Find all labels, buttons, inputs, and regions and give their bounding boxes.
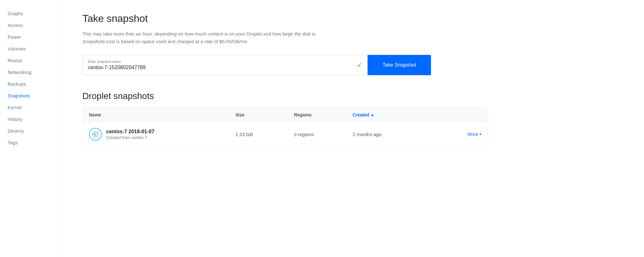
more-label: More xyxy=(467,131,478,137)
input-inner: Enter snapshot name xyxy=(88,60,354,70)
page-title: Take snapshot xyxy=(82,13,488,24)
main-content: Take snapshot This may take more than an… xyxy=(63,0,507,257)
sidebar-item-destroy[interactable]: Destroy xyxy=(0,125,63,137)
sidebar-item-kernel[interactable]: Kernel xyxy=(0,102,63,113)
take-snapshot-button[interactable]: Take Snapshot xyxy=(368,55,431,75)
table-header: Name Size Regions Created ▲ xyxy=(83,108,488,122)
chevron-down-icon: ▾ xyxy=(480,132,481,136)
description-line1: This may take more than an hour, dependi… xyxy=(82,31,317,36)
snapshot-regions: 3 regions xyxy=(294,132,353,137)
sidebar-item-tags[interactable]: Tags xyxy=(0,137,63,148)
snapshot-text: centos-7 2018-01-07 Created from centos-… xyxy=(106,129,154,140)
sidebar-item-backups[interactable]: Backups xyxy=(0,78,63,90)
snapshot-created: 2 months ago xyxy=(353,132,423,137)
header-created[interactable]: Created ▲ xyxy=(353,112,423,117)
sidebar: GraphsAccessPowerVolumesResizeNetworking… xyxy=(0,0,63,257)
sidebar-item-networking[interactable]: Networking xyxy=(0,66,63,78)
description: This may take more than an hour, dependi… xyxy=(82,30,368,45)
snapshot-input-wrapper: Enter snapshot name ✓ xyxy=(82,55,368,75)
snapshot-form: Enter snapshot name ✓ Take Snapshot xyxy=(82,55,431,75)
table-row: centos-7 2018-01-07 Created from centos-… xyxy=(83,122,488,146)
snapshot-name-cell: centos-7 2018-01-07 Created from centos-… xyxy=(89,128,235,141)
snapshot-icon xyxy=(89,128,102,141)
more-button[interactable]: More ▾ xyxy=(467,131,481,137)
header-regions: Regions xyxy=(294,112,353,117)
snapshot-name: centos-7 2018-01-07 xyxy=(106,129,154,135)
snapshot-subtitle: Created from centos-7 xyxy=(106,135,154,140)
snapshots-table: Name Size Regions Created ▲ xyxy=(82,108,488,147)
created-label: Created xyxy=(353,112,369,117)
snapshot-input-label: Enter snapshot name xyxy=(88,60,354,63)
droplet-snapshots-title: Droplet snapshots xyxy=(82,91,488,101)
header-name: Name xyxy=(89,112,235,117)
snapshot-actions: More ▾ xyxy=(423,131,481,137)
sidebar-item-history[interactable]: History xyxy=(0,113,63,125)
description-line2: Snapshots cost is based on space used an… xyxy=(82,39,247,44)
sort-arrow-icon: ▲ xyxy=(370,113,374,117)
sidebar-item-power[interactable]: Power xyxy=(0,31,63,43)
svg-point-1 xyxy=(95,134,96,135)
sidebar-item-snapshots[interactable]: Snapshots xyxy=(0,90,63,102)
sidebar-item-graphs[interactable]: Graphs xyxy=(0,8,63,19)
sidebar-item-volumes[interactable]: Volumes xyxy=(0,43,63,55)
valid-checkmark-icon: ✓ xyxy=(357,61,362,69)
snapshot-name-input[interactable] xyxy=(88,65,354,70)
sidebar-item-resize[interactable]: Resize xyxy=(0,55,63,66)
sidebar-item-access[interactable]: Access xyxy=(0,19,63,31)
header-size: Size xyxy=(235,112,294,117)
snapshot-size: 1.23 GB xyxy=(235,132,294,137)
